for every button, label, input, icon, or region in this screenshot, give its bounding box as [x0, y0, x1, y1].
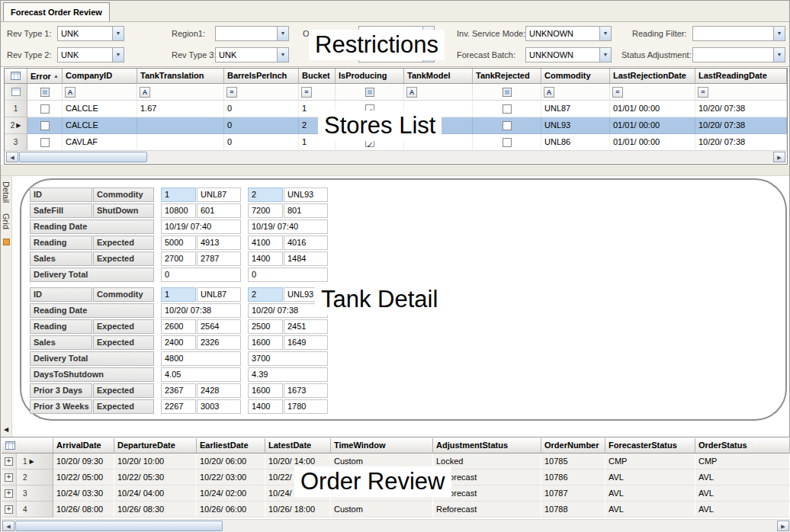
- cell-arrivaldate[interactable]: 10/26/ 08:00: [53, 502, 114, 518]
- cell-orderstatus[interactable]: AVL: [695, 470, 790, 486]
- cell-lastreadingdate[interactable]: 10/20/ 07:38: [695, 134, 787, 151]
- expand-plus-icon[interactable]: +: [5, 489, 13, 498]
- cell-commodity[interactable]: UNL86: [541, 134, 610, 151]
- tab-grid[interactable]: Grid: [1, 208, 11, 235]
- column-header-commodity[interactable]: Commodity: [541, 69, 610, 84]
- column-header-tanktranslation[interactable]: TankTranslation: [137, 69, 224, 84]
- detail-scroll-left-icon[interactable]: ◀: [4, 426, 8, 433]
- cell-forecasterstatus[interactable]: AVL: [605, 502, 695, 518]
- filter-cell-bucket[interactable]: =: [299, 84, 336, 101]
- filter-equals-icon[interactable]: =: [698, 87, 708, 98]
- cell-error[interactable]: [27, 134, 63, 151]
- column-header-isproducing[interactable]: IsProducing: [336, 69, 404, 84]
- cell-earliestdate[interactable]: 10/22/ 03:00: [197, 470, 265, 486]
- filter-text-icon[interactable]: A: [406, 87, 417, 98]
- cell-arrivaldate[interactable]: 10/20/ 09:30: [53, 453, 114, 470]
- cell-tankmodel[interactable]: [404, 134, 473, 151]
- cell-latestdate[interactable]: 10/22/ 13:00: [265, 470, 331, 486]
- column-header-orderstatus[interactable]: OrderStatus: [695, 438, 790, 453]
- stores-grid-corner[interactable]: [5, 69, 27, 84]
- cell-arrivaldate[interactable]: 10/22/ 05:00: [53, 470, 114, 486]
- rev-type-1-combo[interactable]: UNK ▼: [57, 26, 124, 41]
- column-header-earliestdate[interactable]: EarliestDate: [197, 438, 265, 453]
- row-header[interactable]: 3: [17, 486, 53, 502]
- dropdown-arrow-icon[interactable]: ▼: [773, 27, 785, 40]
- cell-barrelsperinch[interactable]: 0: [224, 101, 299, 117]
- cell-orderstatus[interactable]: AVL: [695, 502, 790, 518]
- column-header-tankmodel[interactable]: TankModel: [404, 69, 473, 84]
- cell-ordernumber[interactable]: 10786: [541, 470, 605, 486]
- cell-timewindow[interactable]: Custom: [331, 470, 433, 486]
- column-header-timewindow[interactable]: TimeWindow: [331, 438, 433, 453]
- checkbox-isproducing[interactable]: [365, 104, 374, 114]
- expand-cell[interactable]: +: [2, 470, 17, 486]
- cell-adjustmentstatus[interactable]: Reforecast: [433, 502, 541, 518]
- expand-cell[interactable]: +: [2, 453, 17, 470]
- cell-departuredate[interactable]: 10/24/ 04:00: [114, 486, 197, 502]
- cell-tankrejected[interactable]: [473, 101, 541, 117]
- filter-equals-icon[interactable]: =: [301, 87, 312, 98]
- filter-checkbox[interactable]: [365, 88, 374, 97]
- forecast-batch-combo[interactable]: UNKNOWN ▼: [525, 47, 612, 62]
- checkbox-tankrejected[interactable]: [503, 121, 512, 130]
- filter-checkbox[interactable]: [503, 88, 512, 97]
- cell-lastreadingdate[interactable]: 10/20/ 07:38: [695, 117, 787, 134]
- cell-timewindow[interactable]: Custom: [331, 486, 433, 502]
- filter-checkbox[interactable]: [40, 88, 50, 97]
- order-row[interactable]: +210/22/ 05:0010/22/ 05:3010/22/ 03:0010…: [2, 470, 790, 486]
- cell-error[interactable]: [27, 101, 63, 117]
- cell-departuredate[interactable]: 10/20/ 10:00: [114, 453, 197, 470]
- filter-cell-tankmodel[interactable]: A: [404, 84, 473, 101]
- splitter[interactable]: [1, 165, 789, 176]
- dropdown-arrow-icon[interactable]: ▼: [599, 27, 611, 40]
- filter-equals-icon[interactable]: =: [226, 87, 237, 98]
- othertype1-combo[interactable]: ▼: [358, 26, 435, 41]
- checkbox-error[interactable]: [40, 121, 50, 130]
- cell-departuredate[interactable]: 10/22/ 05:30: [114, 470, 197, 486]
- order-hscrollbar[interactable]: ◀ ▶: [2, 519, 790, 532]
- column-header-lastrejectiondate[interactable]: LastRejectionDate: [610, 69, 695, 84]
- cell-tankrejected[interactable]: [473, 117, 541, 134]
- checkbox-error[interactable]: [40, 104, 50, 114]
- row-header[interactable]: 1▶: [17, 453, 53, 470]
- rev-type-3-combo[interactable]: UNK ▼: [215, 47, 289, 62]
- order-grid-corner[interactable]: [2, 438, 53, 453]
- cell-latestdate[interactable]: 10/20/ 14:00: [265, 453, 331, 470]
- cell-tanktranslation[interactable]: 1.67: [137, 101, 224, 117]
- column-header-forecasterstatus[interactable]: ForecasterStatus: [605, 438, 695, 453]
- cell-isproducing[interactable]: [336, 101, 404, 117]
- cell-companyid[interactable]: CALCLE: [63, 101, 137, 117]
- scroll-right-icon[interactable]: ▶: [773, 152, 785, 162]
- column-header-lastreadingdate[interactable]: LastReadingDate: [695, 69, 787, 84]
- cell-forecasterstatus[interactable]: CMP: [605, 453, 695, 470]
- cell-earliestdate[interactable]: 10/26/ 06:00: [197, 502, 265, 518]
- cell-tanktranslation[interactable]: [137, 117, 224, 134]
- column-header-adjustmentstatus[interactable]: AdjustmentStatus: [433, 438, 541, 453]
- scroll-right-icon[interactable]: ▶: [777, 521, 789, 531]
- cell-timewindow[interactable]: Custom: [331, 453, 433, 470]
- cell-departuredate[interactable]: 10/26/ 08:30: [114, 502, 197, 518]
- order-row[interactable]: +310/24/ 03:3010/24/ 04:0010/24/ 02:0010…: [2, 486, 790, 502]
- region1-combo[interactable]: ▼: [215, 26, 289, 41]
- expand-plus-icon[interactable]: +: [5, 505, 13, 514]
- dropdown-arrow-icon[interactable]: ▼: [277, 27, 288, 40]
- checkbox-error[interactable]: [40, 138, 50, 147]
- filter-text-icon[interactable]: A: [65, 87, 75, 98]
- filter-cell-lastrejectiondate[interactable]: =: [610, 84, 695, 101]
- dropdown-arrow-icon[interactable]: ▼: [422, 27, 434, 40]
- filter-cell-isproducing[interactable]: [336, 84, 404, 101]
- cell-tankmodel[interactable]: [404, 101, 473, 117]
- cell-ordernumber[interactable]: 10787: [541, 486, 605, 502]
- cell-earliestdate[interactable]: 10/20/ 06:00: [197, 453, 265, 470]
- cell-adjustmentstatus[interactable]: Reforecast: [433, 486, 541, 502]
- cell-lastrejectiondate[interactable]: 01/01/ 00:00: [610, 101, 695, 117]
- filter-cell-error[interactable]: [27, 84, 63, 101]
- cell-isproducing[interactable]: [336, 134, 404, 151]
- reading-filter-combo[interactable]: ▼: [692, 26, 785, 41]
- column-header-bucket[interactable]: Bucket: [299, 69, 336, 84]
- order-row[interactable]: +1▶10/20/ 09:3010/20/ 10:0010/20/ 06:001…: [2, 453, 790, 470]
- checkbox-tankrejected[interactable]: [503, 104, 512, 114]
- cell-bucket[interactable]: 2: [299, 117, 336, 134]
- filter-text-icon[interactable]: A: [544, 87, 554, 98]
- scroll-thumb[interactable]: [19, 152, 147, 162]
